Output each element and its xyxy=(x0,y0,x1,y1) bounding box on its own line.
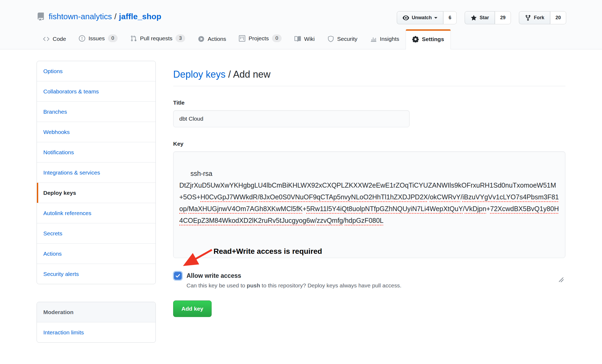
unwatch-button-group: Unwatch6 xyxy=(397,11,457,24)
key-text: ssh-rsa DtZjrXuD5UwXwYKHgbgLU4lbCmBiKHLW… xyxy=(179,170,559,224)
repo-action-buttons: Unwatch6Star29Fork20 xyxy=(389,11,566,24)
allow-write-access-help: Can this key be used to push to this rep… xyxy=(187,282,565,289)
page-body: OptionsCollaborators & teamsBranchesWebh… xyxy=(0,49,602,343)
settings-menu: OptionsCollaborators & teamsBranchesWebh… xyxy=(37,61,156,284)
tab-security[interactable]: Security xyxy=(321,29,364,49)
tab-actions[interactable]: Actions xyxy=(192,29,232,49)
tab-projects-label: Projects xyxy=(248,35,269,42)
tab-insights[interactable]: Insights xyxy=(364,29,406,49)
star-button-label: Star xyxy=(480,15,489,21)
tab-projects-counter: 0 xyxy=(272,34,282,42)
caret-down-icon xyxy=(434,17,437,20)
tab-issues-counter: 0 xyxy=(108,34,118,42)
allow-write-access-row: Allow write access xyxy=(173,272,565,280)
tab-wiki-label: Wiki xyxy=(304,36,315,42)
main-content: Deploy keys / Add new Title Key ssh-rsa … xyxy=(173,61,565,343)
key-textarea[interactable]: ssh-rsa DtZjrXuD5UwXwYKHgbgLU4lbCmBiKHLW… xyxy=(173,151,565,258)
read-write-annotation: Read+Write access is required xyxy=(213,246,322,257)
tab-pull-requests[interactable]: Pull requests3 xyxy=(124,28,192,49)
sidebar-item-security-alerts[interactable]: Security alerts xyxy=(37,264,156,284)
textarea-resize-grip[interactable] xyxy=(558,251,564,256)
tab-issues[interactable]: Issues0 xyxy=(72,28,124,49)
breadcrumb-separator: / xyxy=(226,69,233,80)
fork-icon xyxy=(525,15,531,21)
tab-security-label: Security xyxy=(337,36,358,42)
sidebar-item-notifications[interactable]: Notifications xyxy=(37,142,156,163)
tab-pull-requests-counter: 3 xyxy=(176,34,185,42)
repo-tabs: CodeIssues0Pull requests3ActionsProjects… xyxy=(37,28,602,49)
breadcrumb-current: Add new xyxy=(233,69,270,80)
star-button-group: Star29 xyxy=(465,11,511,24)
tab-code-label: Code xyxy=(53,36,66,42)
star-button[interactable]: Star xyxy=(465,11,495,24)
add-key-button[interactable]: Add key xyxy=(173,300,212,317)
unwatch-count[interactable]: 6 xyxy=(443,11,457,24)
page-title: Deploy keys / Add new xyxy=(173,69,565,86)
unwatch-button-label: Unwatch xyxy=(412,15,432,21)
gear-icon xyxy=(412,36,419,42)
allow-write-access-label[interactable]: Allow write access xyxy=(187,272,241,279)
sidebar-item-autolink-references[interactable]: Autolink references xyxy=(37,203,156,223)
tab-issues-label: Issues xyxy=(88,35,105,42)
tab-settings[interactable]: Settings xyxy=(406,29,451,49)
fork-button-group: Fork20 xyxy=(519,11,566,24)
moderation-heading: Moderation xyxy=(37,302,156,322)
fork-count[interactable]: 20 xyxy=(550,11,566,24)
book-icon xyxy=(294,36,301,42)
tab-actions-label: Actions xyxy=(208,36,226,42)
sidebar-item-collaborators-and-teams[interactable]: Collaborators & teams xyxy=(37,81,156,102)
eye-icon xyxy=(403,15,409,21)
tab-wiki[interactable]: Wiki xyxy=(288,29,321,49)
shield-icon xyxy=(328,36,334,42)
project-icon xyxy=(239,35,245,42)
play-icon xyxy=(198,36,204,42)
sidebar-item-options[interactable]: Options xyxy=(37,61,156,81)
sidebar-item-secrets[interactable]: Secrets xyxy=(37,223,156,244)
fork-button-label: Fork xyxy=(534,15,544,21)
tab-code[interactable]: Code xyxy=(37,29,72,49)
tab-settings-label: Settings xyxy=(422,36,444,42)
tab-insights-label: Insights xyxy=(380,36,399,42)
graph-icon xyxy=(370,36,377,42)
pull-request-icon xyxy=(130,35,137,42)
sidebar-item-deploy-keys[interactable]: Deploy keys xyxy=(37,183,156,203)
sidebar-item-branches[interactable]: Branches xyxy=(37,102,156,122)
issue-icon xyxy=(79,35,85,42)
sidebar-item-webhooks[interactable]: Webhooks xyxy=(37,122,156,142)
title-input[interactable] xyxy=(173,110,410,127)
sidebar-item-interaction-limits[interactable]: Interaction limits xyxy=(37,322,156,342)
deploy-keys-breadcrumb-link[interactable]: Deploy keys xyxy=(173,69,226,80)
title-label: Title xyxy=(173,100,565,106)
fork-button[interactable]: Fork xyxy=(519,11,550,24)
key-label: Key xyxy=(173,141,565,147)
tab-pull-requests-label: Pull requests xyxy=(140,35,172,42)
code-icon xyxy=(43,36,49,42)
settings-sidebar: OptionsCollaborators & teamsBranchesWebh… xyxy=(37,61,156,343)
star-count[interactable]: 29 xyxy=(495,11,511,24)
sidebar-item-integrations-and-services[interactable]: Integrations & services xyxy=(37,163,156,183)
moderation-menu: Moderation Interaction limits xyxy=(37,302,156,343)
sidebar-item-actions[interactable]: Actions xyxy=(37,244,156,264)
repo-owner-link[interactable]: fishtown-analytics xyxy=(49,12,112,21)
repo-header: fishtown-analytics / jaffle_shop Unwatch… xyxy=(0,0,602,49)
unwatch-button[interactable]: Unwatch xyxy=(397,11,443,24)
tab-projects[interactable]: Projects0 xyxy=(232,28,288,49)
allow-write-access-checkbox[interactable] xyxy=(174,272,182,280)
star-icon xyxy=(471,15,477,21)
repo-name-link[interactable]: jaffle_shop xyxy=(119,12,161,21)
repo-icon xyxy=(37,13,45,21)
repo-title-separator: / xyxy=(114,12,116,21)
